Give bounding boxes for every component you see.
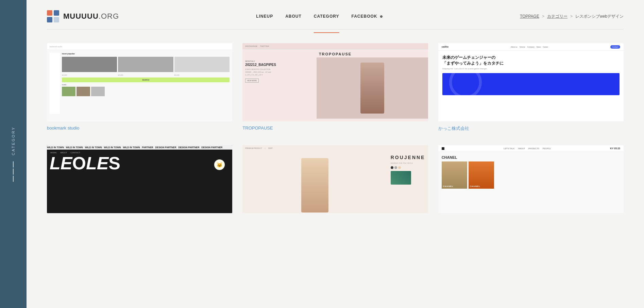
logo[interactable]: MUUUUU.ORG [47,10,119,22]
screenshot-most-popular: most popular [62,53,230,55]
roujenne-right: ROUJENNE MEMBER JOIN THE CIRCLE [387,151,428,213]
card-title-tropopause[interactable]: TROPOPAUSE [242,125,428,131]
breadcrumb-sep-2: > [570,14,573,19]
kakko-logo: callio [442,45,448,48]
svg-rect-3 [54,17,59,22]
nav-item-facebook[interactable]: FACEBOOK ⊕ [352,14,383,19]
card-grid-row2: WILD IN TOWN WILD IN TOWN WILD IN TOWN W… [47,145,624,217]
portfolio-navlinks: LET'S TALK ABOUT PROJECTS PEOPLE [504,148,551,150]
screenshot-tropo-body: MONTHLY 202212_BAGPIPES EVERY MONTH'S CO… [242,57,428,119]
main-nav: LINEUP ABOUT CATEGORY FACEBOOK ⊕ [256,14,383,19]
breadcrumb-toppage[interactable]: TOPPAGE [520,14,539,19]
chanel-thumbs [442,161,620,189]
chanel-thumb-2 [469,161,494,189]
navlink-company: Company [527,46,535,48]
screenshot-tropo-left: MONTHLY 202212_BAGPIPES EVERY MONTH'S CO… [242,57,317,119]
nav-item-about[interactable]: ABOUT [285,14,302,19]
screenshot-kakko: callio About us Service Company News Car… [438,43,624,121]
card-kakko[interactable]: callio About us Service Company News Car… [438,43,624,132]
roujenne-content: ROUJENNE MEMBER JOIN THE CIRCLE [242,151,428,213]
facebook-label: FACEBOOK [352,14,377,19]
portfolio-content: CHANEL [438,152,624,192]
nav-about: ABOUT [518,148,525,150]
breadcrumb-current: レスポンシブwebデザイン [575,14,624,19]
roujenne-colors [391,166,425,169]
kakko-blue-section [442,73,620,95]
card-title-bookmark-studio[interactable]: bookmark studio [47,125,232,131]
card-portfolio[interactable]: LET'S TALK ABOUT PROJECTS PEOPLE KY 05:2… [438,145,624,217]
card-bookmark-studio[interactable]: bookmark studio most popular [47,43,232,132]
color-dot-beige [398,166,401,169]
roujenne-sub: MEMBER JOIN THE CIRCLE [391,162,425,164]
card-title-kakko[interactable]: かっこ株式会社 [438,125,624,132]
portfolio-time: KY 05:23 [610,147,620,150]
thumb-gray [91,87,105,96]
svg-rect-1 [54,10,59,16]
screenshot-thumb-row [62,87,230,96]
screenshot-kakko-nav: callio About us Service Company News Car… [438,43,624,51]
card-image-leoles: WILD IN TOWN WILD IN TOWN WILD IN TOWN W… [47,145,232,213]
portfolio-logo-square [442,147,444,150]
screenshot-price-row: ¥0,000 ¥0,000 ¥0,000 [62,74,230,76]
screenshot-main-1: most popular ¥0,000 ¥0,000 ¥0,000 [62,53,230,114]
portfolio-heading: CHANEL [442,155,620,159]
breadcrumb-category[interactable]: カテゴリー [547,14,567,19]
nav-people: PEOPLE [543,148,551,150]
sidebar-line-1 [13,175,14,182]
order-text: ORDER _ 2022.12/3 sat - 1/4 wed [245,71,314,73]
screenshot-roujenne: PREMIUM PRODUCT | SORT ROUJENNE MEMBER J… [242,145,428,213]
nav-lets-talk: LET'S TALK [504,148,514,150]
price-label-3: ¥0,000 [174,74,230,76]
screenshot-portfolio: LET'S TALK ABOUT PROJECTS PEOPLE KY 05:2… [438,145,624,213]
view-more-btn[interactable]: VIEW MORE [245,79,258,83]
logo-text: MUUUUU.ORG [63,12,119,21]
nav-item-lineup[interactable]: LINEUP [256,14,273,19]
screenshot-content-1: most popular ¥0,000 ¥0,000 ¥0,000 [47,50,232,117]
leoles-big-text: LEOLES [47,156,232,171]
price-label-2: ¥0,000 [118,74,173,76]
monthly-label: MONTHLY [245,60,314,62]
nav-projects: PROJECTS [528,148,539,150]
navlink-service: Service [520,46,525,48]
screenshot-studio-label: studio [62,84,230,86]
screenshot-bookmark-studio: bookmark studio most popular [47,43,232,121]
color-dot-dark [391,166,393,169]
card-image-portfolio: LET'S TALK ABOUT PROJECTS PEOPLE KY 05:2… [438,145,624,213]
nav-item-category[interactable]: CATEGORY [314,14,339,19]
screenshot-nav-bar-1: bookmark studio [47,43,232,50]
card-tropopause[interactable]: INSTAGRAM TWITTER TROPOPAUSE MONTHLY 202… [242,43,428,132]
roujenne-brand: ROUJENNE [391,155,425,160]
card-image-bookmark-studio: bookmark studio most popular [47,43,232,121]
model-photo [360,63,384,114]
sidebar-category-label: CATEGORY [11,126,15,182]
kakko-contact-btn: Contact [610,45,620,49]
tropo-nav-twitter: TWITTER [260,45,269,47]
main-content: MUUUUU.ORG LINEUP ABOUT CATEGORY FACEBOO… [27,0,644,308]
ticker-text: WILD IN TOWN WILD IN TOWN WILD IN TOWN W… [47,146,222,149]
photo-thumb-2 [118,57,173,72]
card-leoles[interactable]: WILD IN TOWN WILD IN TOWN WILD IN TOWN W… [47,145,232,217]
card-image-roujenne: PREMIUM PRODUCT | SORT ROUJENNE MEMBER J… [242,145,428,213]
screenshot-photos-1 [62,57,230,72]
leoles-ticker: WILD IN TOWN WILD IN TOWN WILD IN TOWN W… [47,145,232,150]
card-roujenne[interactable]: PREMIUM PRODUCT | SORT ROUJENNE MEMBER J… [242,145,428,217]
portfolio-nav: LET'S TALK ABOUT PROJECTS PEOPLE KY 05:2… [438,145,624,152]
card-image-kakko: callio About us Service Company News Car… [438,43,624,121]
kakko-content: 未来のゲームチェンジャーの「まずやってみよう」をカタチに Shaping the… [438,51,624,99]
sidebar: CATEGORY [0,0,27,308]
photo-thumb-1 [62,57,117,72]
screenshot-tropo-right [317,57,428,119]
roujenne-face [301,158,328,212]
photo-thumb-3 [174,57,230,72]
roujenne-left [242,151,387,213]
sidebar-lines-icon [13,161,14,182]
rj-nav-item: PREMIUM PRODUCT [245,147,262,149]
facebook-icon: ⊕ [380,15,383,18]
roujenne-hat [391,171,411,185]
content-area: bookmark studio most popular [47,30,624,244]
svg-rect-2 [47,17,52,22]
svg-rect-0 [47,10,52,16]
navlink-news: News [537,46,541,48]
roujenne-nav: PREMIUM PRODUCT | SORT [242,145,428,151]
header: MUUUUU.ORG LINEUP ABOUT CATEGORY FACEBOO… [47,0,624,29]
